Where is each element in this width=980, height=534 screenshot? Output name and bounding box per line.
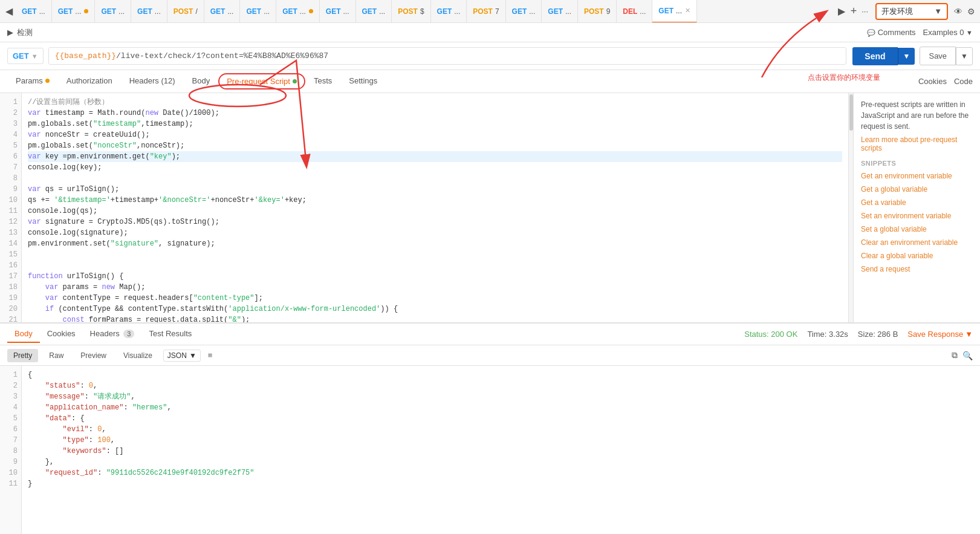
fmt-visualize[interactable]: Visualize bbox=[117, 349, 158, 362]
resp-tab-body[interactable]: Body bbox=[7, 325, 40, 343]
tab-pre-request-label: Pre-request Script bbox=[227, 77, 290, 86]
snippet-var-get[interactable]: Get a variable bbox=[861, 198, 973, 207]
request-tab-6[interactable]: GET ... bbox=[204, 0, 241, 23]
response-actions: ⧉ 🔍 bbox=[952, 350, 973, 360]
fmt-raw[interactable]: Raw bbox=[43, 349, 70, 362]
tab-label: 9 bbox=[606, 7, 611, 16]
comments-label[interactable]: 💬 Comments bbox=[867, 28, 915, 37]
request-tab-7[interactable]: GET ... bbox=[240, 0, 276, 23]
method-label: GET bbox=[246, 7, 261, 16]
request-tab-17[interactable]: DEL ... bbox=[617, 0, 652, 23]
request-tab-12[interactable]: GET ... bbox=[431, 0, 467, 23]
save-response-button[interactable]: Save Response ▼ bbox=[907, 330, 973, 339]
request-tab-8[interactable]: GET ... bbox=[276, 0, 320, 23]
format-type-select[interactable]: JSON ▼ bbox=[163, 350, 201, 362]
env-dropdown[interactable]: 开发环境 ▼ bbox=[875, 3, 948, 20]
resp-line-numbers: 12345 678910 11 bbox=[0, 366, 22, 534]
tab-label: ... bbox=[529, 7, 535, 16]
request-tab-1[interactable]: GET ... bbox=[16, 0, 52, 23]
add-tab-icon[interactable]: + bbox=[851, 5, 857, 18]
request-tab-4[interactable]: GET ... bbox=[131, 0, 167, 23]
request-tab-5[interactable]: POST / bbox=[167, 0, 204, 23]
subtab-right-actions: Cookies Code bbox=[918, 77, 973, 86]
tab-label: ... bbox=[640, 7, 646, 16]
resp-tab-test-results[interactable]: Test Results bbox=[141, 325, 199, 343]
tab-close-icon[interactable]: ✕ bbox=[685, 7, 690, 15]
snippet-global-set[interactable]: Set a global variable bbox=[861, 225, 973, 233]
request-tab-2[interactable]: GET ... bbox=[52, 0, 96, 23]
eye-icon[interactable]: 👁 bbox=[954, 7, 962, 16]
right-sidebar: Pre-request scripts are written in JavaS… bbox=[853, 93, 980, 322]
response-section: Body Cookies Headers 3 Test Results Stat… bbox=[0, 323, 980, 534]
tab-headers-label: Headers (12) bbox=[129, 76, 175, 85]
url-base-path: {{base_path}} bbox=[55, 51, 116, 60]
breadcrumb-bar: ▶ 检测 💬 Comments Examples 0 ▼ bbox=[0, 23, 980, 42]
request-tab-11[interactable]: POST $ bbox=[392, 0, 430, 23]
resp-tab-headers[interactable]: Headers 3 bbox=[83, 325, 142, 343]
tab-label: ... bbox=[300, 7, 306, 16]
cookies-link[interactable]: Cookies bbox=[918, 77, 947, 86]
tab-nav-left[interactable]: ◀ bbox=[2, 0, 16, 23]
code-link[interactable]: Code bbox=[954, 77, 973, 86]
fmt-preview[interactable]: Preview bbox=[74, 349, 112, 362]
method-label: GET bbox=[210, 7, 226, 16]
snippet-send-request[interactable]: Send a request bbox=[861, 265, 973, 273]
save-response-label: Save Response bbox=[907, 330, 963, 339]
send-button[interactable]: Send bbox=[852, 47, 897, 65]
snippet-env-set[interactable]: Set an environment variable bbox=[861, 212, 973, 220]
tab-nav-container: GET ... GET ... GET ... GET ... POST / G… bbox=[16, 0, 830, 23]
tab-tests[interactable]: Tests bbox=[305, 71, 340, 91]
request-tab-18[interactable]: GET ... ✕ bbox=[652, 0, 697, 23]
save-button-group: Save ▼ bbox=[920, 47, 973, 65]
request-tab-9[interactable]: GET ... bbox=[320, 0, 356, 23]
send-dropdown-button[interactable]: ▼ bbox=[898, 48, 915, 65]
snippet-global-clear[interactable]: Clear a global variable bbox=[861, 252, 973, 260]
tab-authorization[interactable]: Authorization bbox=[58, 71, 121, 91]
request-tab-3[interactable]: GET ... bbox=[95, 0, 131, 23]
tab-nav-right[interactable]: ▶ bbox=[835, 0, 848, 23]
save-dropdown-button[interactable]: ▼ bbox=[956, 47, 973, 65]
url-input[interactable]: {{base_path}}/live-text/check/1?content=… bbox=[48, 47, 847, 65]
tab-label: ... bbox=[155, 7, 161, 16]
tab-label: 7 bbox=[495, 7, 499, 16]
tab-label: ... bbox=[454, 7, 460, 16]
learn-more-link[interactable]: Learn more about pre-request scripts bbox=[861, 135, 973, 152]
request-tab-13[interactable]: POST 7 bbox=[467, 0, 505, 23]
tab-actions: ▶ + ··· bbox=[830, 0, 875, 23]
resp-tab-cookies[interactable]: Cookies bbox=[40, 325, 83, 343]
method-select[interactable]: GET ▼ bbox=[7, 48, 44, 64]
tab-pre-request-script[interactable]: Pre-request Script bbox=[218, 73, 305, 90]
tab-label: ... bbox=[264, 7, 270, 16]
format-icon[interactable]: ≡ bbox=[208, 351, 213, 360]
method-label: GET bbox=[437, 7, 452, 16]
scrollbar-thumb[interactable] bbox=[849, 94, 853, 131]
snippet-global-get[interactable]: Get a global variable bbox=[861, 185, 973, 194]
tab-params[interactable]: Params bbox=[7, 71, 58, 91]
tab-settings[interactable]: Settings bbox=[340, 71, 386, 91]
response-status: Status: 200 OK Time: 3.32s Size: 286 B S… bbox=[744, 330, 973, 339]
more-tabs-icon[interactable]: ··· bbox=[862, 7, 868, 16]
tab-label: ... bbox=[39, 7, 45, 16]
editor-scrollbar[interactable] bbox=[848, 93, 853, 322]
gear-icon[interactable]: ⚙ bbox=[967, 7, 975, 16]
request-tab-16[interactable]: POST 9 bbox=[578, 0, 617, 23]
snippet-env-clear[interactable]: Clear an environment variable bbox=[861, 238, 973, 247]
examples-label[interactable]: Examples 0 ▼ bbox=[923, 28, 973, 37]
snippet-env-get[interactable]: Get an environment variable bbox=[861, 172, 973, 180]
method-label: POST bbox=[584, 7, 604, 16]
search-icon[interactable]: 🔍 bbox=[962, 351, 973, 360]
fmt-pretty[interactable]: Pretty bbox=[7, 349, 38, 362]
tab-body[interactable]: Body bbox=[184, 71, 219, 91]
time-text: Time: 3.32s bbox=[807, 330, 848, 339]
expand-icon[interactable]: ▶ bbox=[7, 28, 13, 37]
save-button[interactable]: Save bbox=[920, 47, 956, 65]
request-tab-14[interactable]: GET ... bbox=[506, 0, 542, 23]
method-label: GET bbox=[512, 7, 527, 16]
method-value: GET bbox=[13, 51, 29, 60]
tab-headers[interactable]: Headers (12) bbox=[121, 71, 184, 91]
request-tab-15[interactable]: GET ... bbox=[542, 0, 578, 23]
code-content[interactable]: //设置当前间隔（秒数） var timestamp = Math.round(… bbox=[22, 93, 848, 322]
code-editor: 12345 678910 1112131415 1617181920 21222… bbox=[0, 93, 853, 322]
request-tab-10[interactable]: GET ... bbox=[356, 0, 392, 23]
copy-icon[interactable]: ⧉ bbox=[952, 350, 958, 360]
